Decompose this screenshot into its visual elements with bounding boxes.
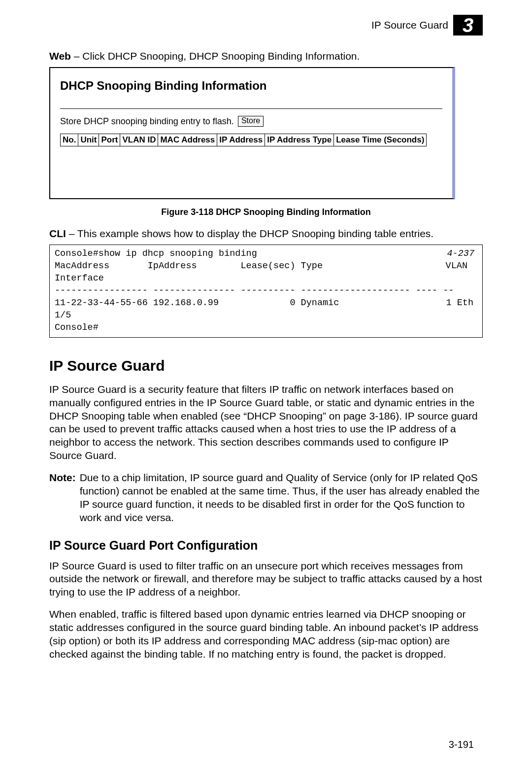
section-paragraph: IP Source Guard is a security feature th…: [49, 383, 483, 462]
console-line: Interface: [55, 273, 104, 283]
section-heading: IP Source Guard: [49, 357, 483, 374]
page-number: 3-191: [449, 739, 474, 750]
console-output: 4-237VLAN1 EthConsole#show ip dhcp snoop…: [49, 245, 483, 338]
web-label: Web: [49, 50, 71, 62]
cli-label: CLI: [49, 228, 66, 239]
col-mac: MAC Address: [158, 134, 217, 146]
col-iptype: IP Address Type: [265, 134, 334, 146]
col-no: No.: [61, 134, 78, 146]
store-button[interactable]: Store: [238, 116, 264, 127]
page-header: IP Source Guard 3: [49, 15, 483, 35]
note-text: Due to a chip limitation, IP source guar…: [80, 471, 483, 525]
console-line: ----------------- --------------- ------…: [55, 285, 454, 296]
figure-caption: Figure 3-118 DHCP Snooping Binding Infor…: [49, 207, 483, 217]
note-block: Note: Due to a chip limitation, IP sourc…: [49, 471, 483, 525]
page: IP Source Guard 3 Web – Click DHCP Snoop…: [0, 0, 532, 774]
store-row: Store DHCP snooping binding entry to fla…: [60, 116, 442, 127]
console-line: 1/5: [55, 310, 71, 320]
console-line: Console#show ip dhcp snooping binding: [55, 248, 257, 259]
web-text: – Click DHCP Snooping, DHCP Snooping Bin…: [71, 50, 360, 62]
chapter-number: 3: [463, 15, 473, 35]
binding-table: No. Unit Port VLAN ID MAC Address IP Add…: [60, 134, 427, 146]
store-text: Store DHCP snooping binding entry to fla…: [60, 116, 234, 127]
console-vlan-col: VLAN: [446, 260, 467, 273]
col-ip: IP Address: [217, 134, 265, 146]
figure-panel-title: DHCP Snooping Binding Information: [60, 79, 442, 93]
header-title: IP Source Guard: [371, 19, 448, 31]
col-vlan: VLAN ID: [120, 134, 158, 146]
col-port: Port: [99, 134, 120, 146]
note-label: Note:: [49, 471, 76, 525]
web-instruction: Web – Click DHCP Snooping, DHCP Snooping…: [49, 50, 483, 62]
cli-text: – This example shows how to display the …: [66, 228, 433, 239]
console-eth-col: 1 Eth: [446, 297, 473, 310]
table-header-row: No. Unit Port VLAN ID MAC Address IP Add…: [61, 134, 427, 146]
chapter-badge: 3: [453, 15, 483, 35]
figure-panel: DHCP Snooping Binding Information Store …: [49, 67, 455, 199]
subsection-paragraph: IP Source Guard is used to filter traffi…: [49, 560, 483, 599]
col-unit: Unit: [78, 134, 99, 146]
subsection-heading: IP Source Guard Port Configuration: [49, 538, 483, 553]
console-line: MacAddress IpAddress Lease(sec) Type: [55, 261, 323, 271]
console-line: Console#: [55, 322, 99, 333]
console-page-ref: 4-237: [447, 248, 474, 260]
cli-instruction: CLI – This example shows how to display …: [49, 228, 483, 240]
col-lease: Lease Time (Seconds): [334, 134, 427, 146]
figure-divider: [60, 108, 442, 109]
subsection-paragraph: When enabled, traffic is filtered based …: [49, 608, 483, 661]
console-line: 11-22-33-44-55-66 192.168.0.99 0 Dynamic: [55, 298, 339, 308]
